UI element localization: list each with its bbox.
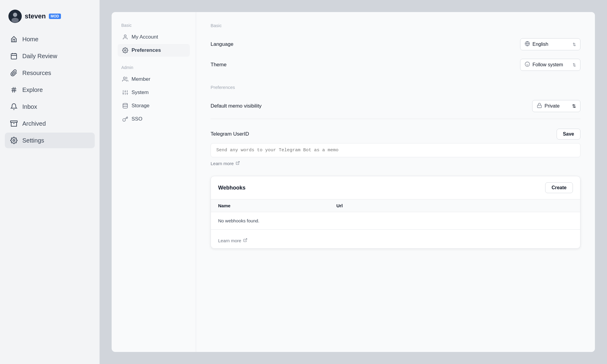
memo-visibility-select[interactable]: Private ⇅ bbox=[532, 100, 580, 112]
language-value: English bbox=[532, 42, 548, 47]
username-label: steven bbox=[25, 12, 46, 20]
sidebar-item-inbox-label: Inbox bbox=[22, 103, 37, 110]
create-webhook-button[interactable]: Create bbox=[545, 182, 573, 193]
settings-nav-system[interactable]: System bbox=[118, 86, 190, 99]
svg-point-26 bbox=[123, 103, 128, 105]
webhooks-col-name-header: Name bbox=[218, 203, 336, 208]
preferences-section-title: Preferences bbox=[211, 85, 580, 90]
telegram-input[interactable] bbox=[211, 143, 580, 157]
sidebar-item-home-label: Home bbox=[22, 36, 38, 43]
learn-more-webhooks-link[interactable]: Learn more bbox=[218, 238, 247, 243]
telegram-section: Telegram UserID Save Learn more bbox=[211, 129, 580, 166]
svg-rect-32 bbox=[537, 105, 542, 108]
svg-line-9 bbox=[13, 87, 13, 93]
sidebar-item-daily-review-label: Daily Review bbox=[22, 53, 57, 60]
svg-point-13 bbox=[13, 140, 15, 141]
svg-point-29 bbox=[525, 62, 530, 67]
system-label: System bbox=[132, 89, 149, 96]
svg-point-15 bbox=[125, 50, 126, 51]
sidebar-item-settings-label: Settings bbox=[22, 137, 44, 144]
gear-icon-sidebar bbox=[10, 136, 18, 145]
theme-select[interactable]: Follow system ⇅ bbox=[520, 59, 580, 71]
sidebar-item-inbox[interactable]: Inbox bbox=[5, 99, 95, 115]
webhooks-table-header: Name Url bbox=[211, 199, 580, 212]
svg-point-2 bbox=[11, 18, 19, 23]
settings-nav: Basic My Account Preferences Admin bbox=[112, 12, 196, 352]
settings-nav-preferences[interactable]: Preferences bbox=[118, 44, 190, 57]
sidebar-item-settings[interactable]: Settings bbox=[5, 133, 95, 148]
calendar-icon bbox=[10, 52, 18, 60]
my-account-label: My Account bbox=[132, 34, 158, 40]
svg-point-14 bbox=[124, 35, 126, 37]
user-icon bbox=[122, 34, 129, 40]
external-link-icon-2 bbox=[243, 238, 247, 243]
sidebar-item-archived-label: Archived bbox=[22, 120, 46, 127]
telegram-userid-label: Telegram UserID bbox=[211, 131, 249, 137]
svg-rect-11 bbox=[11, 121, 17, 122]
settings-content: Basic Language English ⇅ Theme bbox=[196, 12, 595, 352]
webhooks-empty-state: No webhooks found. bbox=[211, 212, 580, 230]
mod-badge: MOD bbox=[49, 14, 61, 19]
sliders-icon bbox=[122, 89, 129, 96]
language-label: Language bbox=[211, 41, 234, 47]
settings-nav-my-account[interactable]: My Account bbox=[118, 31, 190, 43]
webhooks-col-url-header: Url bbox=[336, 203, 573, 208]
webhooks-table: Name Url No webhooks found. bbox=[211, 199, 580, 230]
key-icon bbox=[122, 116, 129, 122]
sidebar: steven MOD Home Daily Review Resources E… bbox=[0, 0, 100, 364]
memo-visibility-row: Default memo visibility Private ⇅ bbox=[211, 96, 580, 116]
bell-icon bbox=[10, 102, 18, 111]
preferences-label: Preferences bbox=[132, 47, 161, 53]
admin-section: Admin Member System bbox=[118, 64, 190, 125]
settings-nav-sso[interactable]: SSO bbox=[118, 113, 190, 125]
lock-icon bbox=[537, 103, 542, 109]
memo-visibility-value: Private bbox=[545, 103, 560, 109]
svg-point-1 bbox=[13, 13, 17, 17]
database-icon bbox=[122, 102, 129, 109]
home-icon bbox=[10, 35, 18, 43]
webhooks-card: Webhooks Create Name Url No webhooks fou… bbox=[211, 176, 580, 249]
learn-more-telegram-link[interactable]: Learn more bbox=[211, 161, 240, 166]
divider-1 bbox=[211, 119, 580, 119]
users-icon bbox=[122, 76, 129, 83]
admin-section-label: Admin bbox=[118, 64, 190, 71]
memo-visibility-label: Default memo visibility bbox=[211, 103, 262, 109]
sidebar-header: steven MOD bbox=[5, 7, 95, 25]
sidebar-item-archived[interactable]: Archived bbox=[5, 116, 95, 131]
smile-icon bbox=[525, 61, 530, 68]
sidebar-item-explore-label: Explore bbox=[22, 86, 43, 93]
paperclip-icon bbox=[10, 69, 18, 77]
theme-value: Follow system bbox=[532, 62, 563, 67]
basic-section-label: Basic bbox=[118, 22, 190, 29]
avatar bbox=[8, 10, 22, 23]
basic-section-title: Basic bbox=[211, 23, 580, 28]
sidebar-item-explore[interactable]: Explore bbox=[5, 82, 95, 98]
svg-point-16 bbox=[123, 77, 126, 79]
webhooks-header: Webhooks Create bbox=[211, 176, 580, 199]
chevron-updown-memo-icon: ⇅ bbox=[572, 103, 576, 109]
hashtag-icon bbox=[10, 86, 18, 94]
sidebar-item-daily-review[interactable]: Daily Review bbox=[5, 48, 95, 64]
chevron-updown-icon: ⇅ bbox=[573, 42, 576, 47]
external-link-icon-1 bbox=[236, 161, 240, 166]
settings-nav-member[interactable]: Member bbox=[118, 73, 190, 86]
theme-label: Theme bbox=[211, 62, 227, 68]
svg-line-34 bbox=[245, 239, 247, 240]
preferences-section: Preferences Default memo visibility Priv… bbox=[211, 85, 580, 116]
theme-row: Theme Follow system ⇅ bbox=[211, 55, 580, 75]
sso-label: SSO bbox=[132, 116, 142, 122]
settings-nav-storage[interactable]: Storage bbox=[118, 99, 190, 112]
svg-line-10 bbox=[14, 87, 15, 93]
save-button[interactable]: Save bbox=[557, 129, 580, 140]
gear-icon-nav bbox=[122, 47, 129, 54]
svg-rect-3 bbox=[11, 54, 17, 59]
svg-line-33 bbox=[237, 162, 239, 163]
main-content: Basic My Account Preferences Admin bbox=[100, 0, 607, 364]
member-label: Member bbox=[132, 76, 150, 82]
language-select[interactable]: English ⇅ bbox=[520, 38, 580, 50]
webhooks-title: Webhooks bbox=[218, 185, 246, 191]
sidebar-item-home[interactable]: Home bbox=[5, 31, 95, 47]
archive-icon bbox=[10, 119, 18, 128]
sidebar-item-resources[interactable]: Resources bbox=[5, 65, 95, 81]
storage-label: Storage bbox=[132, 103, 150, 109]
